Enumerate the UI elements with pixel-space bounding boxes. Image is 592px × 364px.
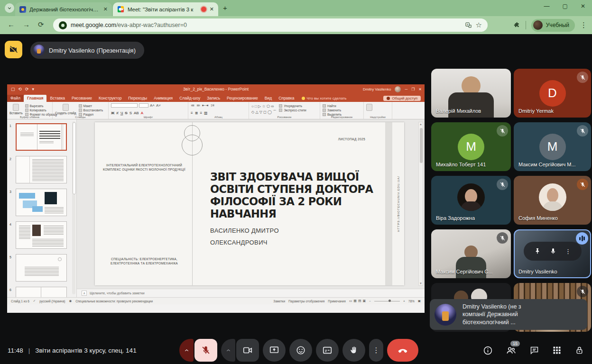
ribbon-tab-insert[interactable]: Вставка [46, 95, 68, 102]
mic-toggle-button[interactable] [194, 339, 217, 362]
info-button[interactable] [483, 346, 493, 355]
bold-button[interactable]: Ж [111, 111, 114, 115]
mic-options-button[interactable] [179, 339, 194, 362]
ribbon-tab-transitions[interactable]: Переходы [125, 95, 150, 102]
participant-tile-maksym-m[interactable]: M Максим Сергійович М... [514, 122, 591, 171]
tab-close-icon[interactable]: ✕ [210, 6, 214, 12]
zoom-level[interactable]: 78% [408, 300, 415, 303]
participant-tile-yermak[interactable]: D Dmitriy Yermak [514, 69, 591, 118]
addins-button[interactable] [366, 103, 372, 111]
redo-icon[interactable]: ⟳ [25, 87, 29, 91]
ribbon-tab-animations[interactable]: Анимация [150, 95, 176, 102]
shapes-gallery-row2[interactable]: ◇ △ ▽ ◻ ◯ ⌒ [251, 109, 277, 115]
participant-tile-vasilenko[interactable]: ⋮ Dmitry Vasilenko [514, 229, 591, 278]
forward-button[interactable]: → [23, 20, 30, 28]
activities-button[interactable] [552, 346, 562, 355]
slide-thumbnail-3[interactable] [16, 189, 67, 216]
numbering-button[interactable]: ≕ [196, 103, 200, 108]
zoom-in-icon[interactable]: + [403, 300, 405, 303]
ribbon-tab-help[interactable]: Справка [275, 95, 297, 102]
indent-buttons[interactable]: ⇤⇥ [202, 103, 208, 108]
accessibility-status[interactable]: Специальные возможности: проверьте реком… [75, 300, 153, 303]
tab-meet[interactable]: Meet: "Звіти аспірантів 3 к ✕ [113, 2, 218, 16]
strikethrough-button[interactable]: S [125, 111, 127, 115]
align-left-button[interactable]: ≡ [191, 111, 193, 115]
extensions-icon[interactable] [513, 21, 520, 29]
participant-tile-maksym-s[interactable]: Максим Сергійович С... [431, 229, 511, 278]
shapes-gallery[interactable]: ○ □ ▷ ☆ ⬠ ⇨ [251, 104, 277, 109]
ribbon-tab-home[interactable]: Главная [24, 95, 47, 102]
slide-thumbnail-5[interactable] [16, 254, 67, 282]
translate-icon[interactable]: A [465, 22, 472, 29]
tab-university[interactable]: Державний біотехнологічний ✕ [15, 2, 112, 16]
participant-tile-zadorozhna[interactable]: Віра Задорожна [431, 176, 511, 225]
save-icon[interactable]: ▢ [11, 87, 15, 91]
host-controls-button[interactable] [574, 346, 584, 355]
browser-menu-icon[interactable]: ⋮ [580, 21, 587, 29]
presenter-chip[interactable]: Dmitry Vasilenko (Презентація) [30, 42, 144, 59]
shrink-font-icon[interactable]: A˅ [156, 103, 161, 108]
grow-font-icon[interactable]: A˄ [150, 103, 155, 108]
tell-me-box[interactable]: Что вы хотите сделать [298, 96, 351, 102]
language-indicator[interactable]: русский (Украина) [39, 300, 65, 303]
slide-thumbnail-1[interactable] [16, 123, 67, 151]
font-color-button[interactable]: А [141, 111, 143, 115]
zoom-slider[interactable] [374, 301, 400, 301]
thumbnail-scrollbar[interactable] [72, 121, 75, 294]
paste-button[interactable]: Вставить [9, 103, 23, 115]
undo-icon[interactable]: ⟲ [18, 87, 22, 91]
new-tab-button[interactable]: + [223, 4, 227, 12]
share-button[interactable]: Общий доступ [383, 96, 421, 101]
replace-button[interactable]: Заменить [323, 109, 342, 112]
columns-button[interactable]: ▥ [204, 111, 208, 115]
comments-button[interactable]: Примечания [328, 300, 346, 303]
text-shadow-button[interactable]: Ѕ [130, 111, 132, 115]
slideshow-icon[interactable]: ▣ [363, 299, 366, 303]
captions-button[interactable] [316, 339, 339, 362]
bookmark-star-icon[interactable]: ☆ [476, 21, 482, 29]
site-info-icon[interactable] [59, 21, 67, 29]
mic-icon[interactable] [549, 247, 557, 255]
ribbon-tab-review[interactable]: Рецензирование [223, 95, 261, 102]
line-spacing-button[interactable]: ↕≡ [210, 103, 214, 108]
profile-chip[interactable]: Учебный [531, 19, 575, 32]
display-settings-button[interactable]: Параметры отображения [288, 300, 324, 303]
spellcheck-icon[interactable]: ✓ [33, 299, 36, 303]
tab-close-icon[interactable]: ✕ [103, 6, 108, 12]
find-button[interactable]: Найти [323, 104, 342, 108]
slide-thumbnail-6[interactable] [16, 287, 67, 297]
char-spacing-icon[interactable]: АВ [134, 111, 139, 115]
fit-to-window-icon[interactable]: ▣ [418, 299, 421, 303]
notes-toggle-button[interactable]: Заметки [273, 300, 285, 303]
back-button[interactable]: ← [8, 20, 15, 28]
scrollbar-thumb[interactable] [420, 128, 423, 163]
normal-view-icon[interactable]: ▭ [349, 299, 352, 303]
participant-tile-mykhailov[interactable]: Валерій Михайлов [431, 69, 511, 118]
participant-tile-tobert[interactable]: M Михайло Тоберт 141 [431, 122, 511, 171]
arrange-button[interactable]: Упорядочить [279, 104, 306, 108]
italic-button[interactable]: К [116, 111, 119, 115]
slide-1[interactable]: ІНТЕЛЕКТУАЛЬНИЙ ЕЛЕКТРОТЕХНОЛОГІЧНИЙ КОМ… [95, 122, 404, 285]
ppt-minimize-button[interactable]: ─ [405, 87, 407, 91]
ribbon-tab-slideshow[interactable]: Слайд-шоу [176, 95, 204, 102]
participant-tile-mynenko[interactable]: София Миненко [514, 176, 591, 225]
people-button[interactable]: 15 [506, 345, 517, 356]
close-button[interactable]: ✕ [581, 3, 585, 9]
slide-thumbnail-4[interactable] [16, 221, 67, 249]
ppt-close-button[interactable]: ✕ [418, 87, 422, 91]
layout-button[interactable]: Макет [79, 104, 103, 108]
raise-hand-button[interactable] [342, 339, 365, 362]
scroll-down-icon[interactable]: ▼ [419, 282, 422, 285]
slide-sorter-icon[interactable]: ▦ [353, 299, 357, 303]
reload-button[interactable]: ⟳ [38, 20, 44, 29]
reading-view-icon[interactable]: ▤ [358, 299, 361, 303]
quick-styles-button[interactable]: Экспресс-стили [279, 109, 306, 112]
ribbon-tab-file[interactable]: Файл [7, 95, 24, 102]
font-size-select[interactable] [139, 103, 148, 108]
present-button[interactable] [263, 339, 286, 362]
camera-options-button[interactable] [221, 339, 235, 362]
font-name-select[interactable] [111, 103, 138, 108]
view-switcher[interactable]: ▭▦▤▣ [349, 299, 366, 303]
ribbon-tab-design[interactable]: Конструктор [95, 95, 125, 102]
end-call-button[interactable] [387, 339, 418, 362]
